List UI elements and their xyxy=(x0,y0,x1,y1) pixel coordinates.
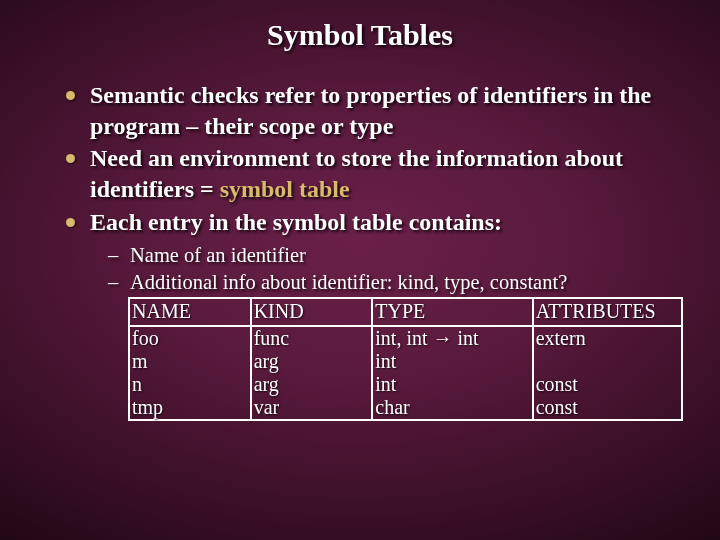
cell-attr: extern xyxy=(533,326,682,350)
cell-name: m xyxy=(129,350,251,373)
sub-bullet-list: Name of an identifier Additional info ab… xyxy=(108,242,670,295)
cell-name: tmp xyxy=(129,396,251,420)
sub-bullet-item: Name of an identifier xyxy=(108,242,670,268)
cell-attr xyxy=(533,350,682,373)
bullet-text: Semantic checks refer to properties of i… xyxy=(90,82,651,139)
cell-type: int, int → int xyxy=(372,326,532,350)
cell-name: foo xyxy=(129,326,251,350)
slide-title: Symbol Tables xyxy=(50,18,670,52)
table-header: ATTRIBUTES xyxy=(533,298,682,326)
table-header: NAME xyxy=(129,298,251,326)
bullet-item: Each entry in the symbol table contains: xyxy=(60,207,670,238)
bullet-item: Need an environment to store the informa… xyxy=(60,143,670,204)
table-row: tmp var char const xyxy=(129,396,682,420)
bullet-item: Semantic checks refer to properties of i… xyxy=(60,80,670,141)
cell-type: int xyxy=(372,350,532,373)
cell-attr: const xyxy=(533,396,682,420)
cell-kind: arg xyxy=(251,350,373,373)
cell-kind: arg xyxy=(251,373,373,396)
table-row: m arg int xyxy=(129,350,682,373)
table-row: n arg int const xyxy=(129,373,682,396)
symbol-table: NAME KIND TYPE ATTRIBUTES foo func int, … xyxy=(128,297,683,421)
table: NAME KIND TYPE ATTRIBUTES foo func int, … xyxy=(128,297,683,421)
table-row: foo func int, int → int extern xyxy=(129,326,682,350)
cell-kind: func xyxy=(251,326,373,350)
cell-type: int xyxy=(372,373,532,396)
cell-attr: const xyxy=(533,373,682,396)
table-header: KIND xyxy=(251,298,373,326)
bullet-text: Need an environment to store the informa… xyxy=(90,145,623,202)
cell-kind: var xyxy=(251,396,373,420)
bullet-list: Semantic checks refer to properties of i… xyxy=(60,80,670,238)
bullet-highlight: symbol table xyxy=(220,176,350,202)
arrow-icon: → xyxy=(433,327,453,349)
table-header-row: NAME KIND TYPE ATTRIBUTES xyxy=(129,298,682,326)
slide: Symbol Tables Semantic checks refer to p… xyxy=(0,0,720,540)
bullet-text: Each entry in the symbol table contains: xyxy=(90,209,502,235)
sub-bullet-item: Additional info about identifier: kind, … xyxy=(108,269,670,295)
cell-type: char xyxy=(372,396,532,420)
cell-name: n xyxy=(129,373,251,396)
table-header: TYPE xyxy=(372,298,532,326)
